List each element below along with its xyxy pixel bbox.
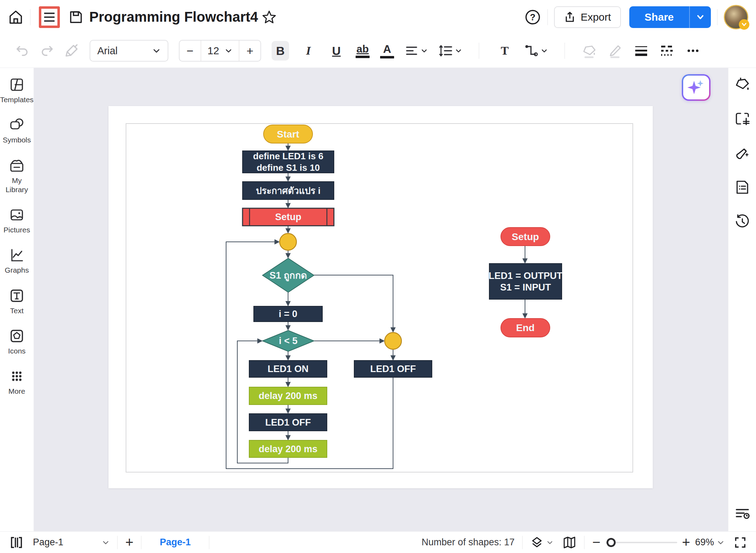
flowchart-svg: Startdefine LED1 is 6define S1 is 10ประก…: [108, 106, 653, 488]
font-family-value: Arial: [97, 45, 118, 57]
line-weight-button[interactable]: [634, 44, 649, 58]
line-color-button[interactable]: [608, 43, 623, 58]
zoom-slider[interactable]: [606, 542, 677, 543]
text-tool-button[interactable]: T: [496, 41, 513, 61]
node-define-pins[interactable]: define LED1 is 6define S1 is 10: [243, 151, 334, 173]
chevron-down-icon: [696, 13, 705, 22]
node-led1-off-right[interactable]: LED1 OFF: [354, 360, 432, 377]
history-panel-button[interactable]: [734, 214, 750, 230]
theme-beautify-panel-button[interactable]: [734, 145, 750, 161]
node-declare-var[interactable]: ประกาศตัวแปร i: [243, 182, 334, 200]
sidebar-item-my-library[interactable]: My Library: [0, 158, 34, 195]
node-i-cond[interactable]: i < 5: [262, 330, 314, 351]
node-label: LED1 ON: [267, 364, 308, 374]
italic-button[interactable]: I: [300, 41, 317, 61]
style-fill-panel-button[interactable]: [734, 76, 750, 92]
format-toolbar: Arial − 12 + B I U ab A T: [0, 34, 756, 68]
layers-button[interactable]: [530, 536, 553, 549]
page-settings-panel-button[interactable]: [734, 111, 750, 127]
object-list-button[interactable]: [734, 505, 750, 522]
chevron-down-icon: [102, 539, 110, 546]
line-style-button[interactable]: [659, 44, 675, 58]
page-select-value: Page-1: [33, 537, 63, 548]
node-s1-pressed[interactable]: S1 ถูกกด: [262, 258, 314, 292]
page-sheet[interactable]: Startdefine LED1 is 6define S1 is 10ประก…: [108, 106, 653, 488]
notes-panel-button[interactable]: [734, 179, 750, 195]
node-label: Start: [277, 129, 299, 140]
node-setup-def[interactable]: Setup: [501, 227, 550, 246]
toolbar-divider: [479, 43, 479, 59]
node-junction-1[interactable]: [280, 233, 296, 250]
page-tab-page-1[interactable]: Page-1: [149, 537, 201, 548]
document-title[interactable]: Programming Flowchart4: [89, 9, 258, 25]
minimap-button[interactable]: [562, 536, 576, 549]
node-junction-2[interactable]: [385, 332, 401, 349]
sidebar-item-templates[interactable]: Templates: [0, 77, 34, 104]
node-start[interactable]: Start: [264, 125, 313, 143]
add-page-button[interactable]: +: [125, 534, 133, 550]
sidebar-item-more[interactable]: More: [8, 369, 25, 396]
avatar[interactable]: [724, 5, 748, 29]
chevron-down-icon[interactable]: [717, 539, 724, 546]
share-label[interactable]: Share: [629, 6, 689, 28]
bold-button[interactable]: B: [272, 41, 289, 61]
text-align-button[interactable]: [405, 44, 428, 58]
export-button[interactable]: Export: [554, 6, 621, 28]
sidebar-item-icons[interactable]: Icons: [8, 328, 26, 356]
share-dropdown-button[interactable]: [689, 6, 711, 28]
pages-panel-button[interactable]: [9, 536, 24, 549]
format-painter-button[interactable]: [64, 43, 79, 58]
sidebar-item-text[interactable]: Text: [9, 288, 24, 315]
chevron-down-icon: [541, 47, 548, 54]
node-end[interactable]: End: [501, 318, 550, 337]
chevron-down-icon: [421, 47, 428, 54]
edge-s1-east-junction2[interactable]: [314, 275, 393, 332]
fill-color-button[interactable]: [582, 43, 597, 58]
node-io-config[interactable]: LED1 = OUTPUTS1 = INPUT: [489, 264, 562, 299]
node-delay-2[interactable]: delay 200 ms: [249, 440, 327, 457]
node-label: Setup: [512, 231, 539, 242]
font-size-select[interactable]: 12: [201, 41, 239, 61]
favorite-button[interactable]: [261, 9, 277, 25]
zoom-out-button[interactable]: −: [592, 534, 600, 550]
node-label: End: [516, 322, 535, 333]
sidebar-item-pictures[interactable]: Pictures: [4, 207, 30, 234]
undo-button[interactable]: [15, 44, 29, 58]
zoom-slider-knob[interactable]: [607, 538, 616, 547]
node-label: i = 0: [279, 309, 297, 319]
sidebar-item-symbols[interactable]: Symbols: [3, 117, 31, 145]
header-divider: [717, 9, 718, 25]
node-delay-1[interactable]: delay 200 ms: [249, 387, 327, 405]
node-i-init[interactable]: i = 0: [254, 306, 322, 322]
zoom-level[interactable]: 69%: [695, 537, 714, 548]
line-spacing-button[interactable]: [438, 44, 462, 58]
svg-text:?: ?: [530, 12, 536, 22]
node-led1-on[interactable]: LED1 ON: [249, 360, 327, 377]
zoom-in-button[interactable]: +: [682, 534, 690, 550]
node-label: delay 200 ms: [259, 391, 317, 401]
main-menu-button[interactable]: [39, 6, 60, 28]
save-button[interactable]: [68, 9, 84, 25]
fullscreen-button[interactable]: [734, 536, 747, 549]
connector-type-button[interactable]: [524, 43, 548, 58]
node-label: Setup: [275, 212, 301, 222]
redo-button[interactable]: [40, 44, 54, 58]
canvas[interactable]: Startdefine LED1 is 6define S1 is 10ประก…: [34, 68, 728, 531]
highlight-color-button[interactable]: ab: [356, 44, 370, 58]
header: Programming Flowchart4 ? Export Share: [0, 0, 756, 34]
underline-button[interactable]: U: [328, 41, 345, 61]
more-options-button[interactable]: [685, 44, 701, 58]
node-setup-call[interactable]: Setup: [243, 208, 334, 226]
font-color-button[interactable]: A: [380, 43, 394, 58]
node-label: LED1 OFF: [370, 364, 416, 374]
page-select-dropdown[interactable]: Page-1: [33, 537, 110, 548]
help-button[interactable]: ?: [524, 9, 541, 26]
font-family-select[interactable]: Arial: [90, 40, 168, 62]
sidebar-item-graphs[interactable]: Graphs: [5, 247, 29, 275]
font-size-increase-button[interactable]: +: [239, 41, 260, 61]
share-button[interactable]: Share: [629, 6, 711, 28]
font-size-decrease-button[interactable]: −: [180, 41, 201, 61]
ai-assistant-button[interactable]: [682, 74, 710, 101]
node-led1-off-left[interactable]: LED1 OFF: [249, 414, 327, 431]
home-button[interactable]: [8, 9, 24, 25]
